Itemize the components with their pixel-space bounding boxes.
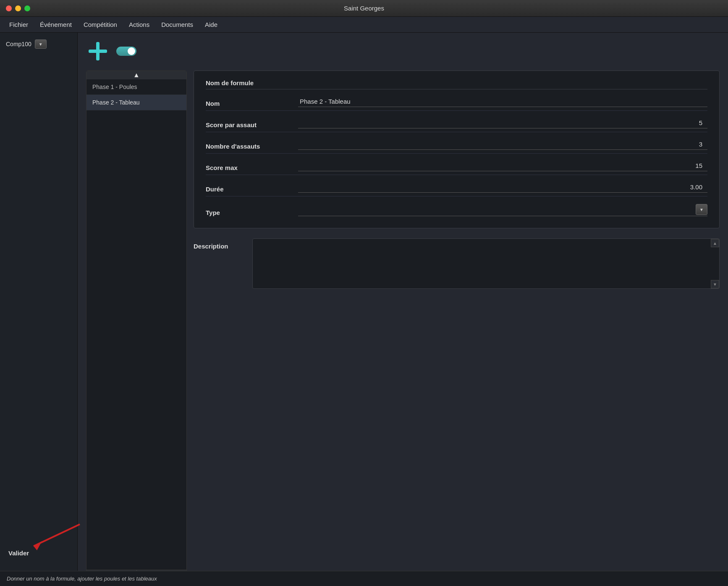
menu-actions[interactable]: Actions bbox=[124, 19, 155, 30]
minimize-button[interactable] bbox=[15, 5, 21, 11]
duree-input[interactable] bbox=[298, 183, 704, 191]
form-row-score-assaut: Score par assaut bbox=[206, 118, 707, 132]
form-row-duree: Durée bbox=[206, 183, 707, 196]
score-max-label: Score max bbox=[206, 164, 298, 171]
menu-aide[interactable]: Aide bbox=[200, 19, 223, 30]
svg-marker-1 bbox=[34, 541, 42, 550]
nombre-assauts-input[interactable] bbox=[298, 140, 704, 149]
formule-section: Nom de formule Nom Score par assaut bbox=[194, 71, 720, 228]
form-row-nombre-assauts: Nombre d'assauts bbox=[206, 140, 707, 154]
scroll-up-arrow[interactable]: ▲ bbox=[86, 71, 186, 79]
score-max-input[interactable] bbox=[298, 161, 704, 170]
titlebar: Saint Georges bbox=[0, 0, 728, 17]
sidebar-comp: Comp100 ▼ bbox=[3, 38, 74, 50]
duree-label: Durée bbox=[206, 186, 298, 193]
menubar: Fichier Événement Compétition Actions Do… bbox=[0, 17, 728, 33]
comp-dropdown-button[interactable]: ▼ bbox=[35, 39, 47, 49]
workspace: ▲ Phase 1 - Poules Phase 2 - Tableau ◀ ▶… bbox=[86, 71, 720, 579]
maximize-button[interactable] bbox=[24, 5, 30, 11]
valider-button[interactable]: Valider bbox=[8, 549, 29, 557]
add-button[interactable] bbox=[86, 39, 110, 63]
status-text: Donner un nom à la formule, ajouter les … bbox=[7, 576, 157, 582]
score-assaut-label: Score par assaut bbox=[206, 121, 298, 128]
content-area: ▲ Phase 1 - Poules Phase 2 - Tableau ◀ ▶… bbox=[78, 33, 728, 586]
form-panel: Nom de formule Nom Score par assaut bbox=[194, 71, 720, 579]
menu-documents[interactable]: Documents bbox=[156, 19, 198, 30]
form-row-score-max: Score max bbox=[206, 161, 707, 175]
toolbar bbox=[86, 39, 720, 63]
sidebar: Comp100 ▼ bbox=[0, 33, 78, 586]
phase-list: Phase 1 - Poules Phase 2 - Tableau bbox=[86, 79, 186, 570]
menu-fichier[interactable]: Fichier bbox=[4, 19, 33, 30]
form-row-type: Type ▼ bbox=[206, 204, 707, 220]
desc-scroll-up[interactable]: ▲ bbox=[711, 239, 719, 247]
app-body: Comp100 ▼ ▲ Phase 1 - Poules Phase 2 - T… bbox=[0, 33, 728, 586]
section-title: Nom de formule bbox=[206, 79, 707, 89]
valider-area: Valider bbox=[8, 520, 92, 557]
description-textarea-container: ▲ ▼ bbox=[252, 238, 720, 289]
type-select-button[interactable]: ▼ bbox=[696, 204, 707, 215]
phase-item-1[interactable]: Phase 1 - Poules bbox=[86, 79, 186, 95]
plus-icon bbox=[87, 41, 108, 62]
menu-evenement[interactable]: Événement bbox=[35, 19, 77, 30]
nombre-assauts-label: Nombre d'assauts bbox=[206, 143, 298, 150]
nom-input[interactable] bbox=[298, 97, 707, 106]
desc-scroll-down[interactable]: ▼ bbox=[711, 280, 719, 288]
window-controls bbox=[6, 5, 30, 11]
close-button[interactable] bbox=[6, 5, 12, 11]
menu-competition[interactable]: Compétition bbox=[79, 19, 122, 30]
comp-label: Comp100 bbox=[6, 41, 31, 47]
up-arrow-icon: ▲ bbox=[133, 71, 140, 79]
score-assaut-input[interactable] bbox=[298, 118, 704, 127]
description-label: Description bbox=[194, 238, 244, 250]
red-arrow-svg bbox=[8, 520, 92, 554]
nom-label: Nom bbox=[206, 100, 298, 107]
status-bar: Donner un nom à la formule, ajouter les … bbox=[0, 571, 728, 586]
description-textarea[interactable] bbox=[253, 239, 710, 288]
phase-panel: ▲ Phase 1 - Poules Phase 2 - Tableau ◀ ▶ bbox=[86, 71, 187, 579]
form-row-nom: Nom bbox=[206, 97, 707, 111]
type-label: Type bbox=[206, 209, 298, 216]
phase-item-2[interactable]: Phase 2 - Tableau bbox=[86, 95, 186, 110]
description-row: Description ▲ ▼ bbox=[194, 234, 720, 293]
toggle-button[interactable] bbox=[116, 47, 136, 56]
window-title: Saint Georges bbox=[344, 5, 384, 12]
